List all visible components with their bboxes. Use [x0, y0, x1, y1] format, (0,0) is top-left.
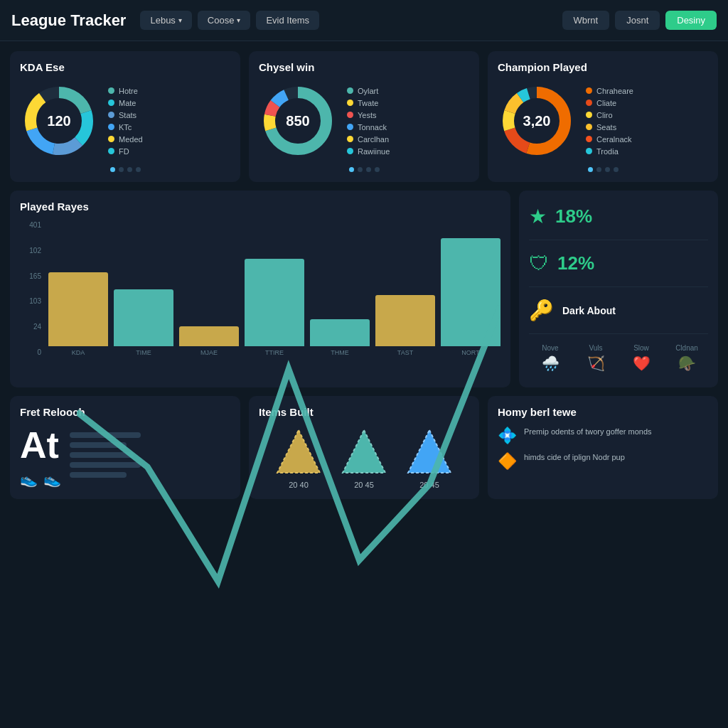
triangle-label-1: 20 40: [289, 481, 309, 489]
bar-group: THME: [310, 221, 370, 356]
nav-lebus[interactable]: Lebus ▾: [140, 11, 191, 30]
stat-row-2: 🛡 12%: [529, 247, 708, 279]
weather-item-vuls: Vuls 🏹: [574, 344, 617, 372]
legend-item: Stats: [108, 111, 143, 119]
font-line: [70, 472, 127, 478]
chevron-down-icon: ▾: [237, 16, 240, 24]
bar: [441, 238, 500, 346]
legend-item: Meded: [108, 135, 143, 144]
bar-label: TIME: [136, 349, 151, 356]
triangle-item-2: 20 45: [339, 427, 389, 489]
font-line: [70, 452, 134, 458]
legend-item: Trodia: [586, 147, 633, 156]
legend-item: Yests: [347, 111, 390, 119]
top-row: KDA Ese 120 Hotre Mate: [10, 51, 718, 182]
bar: [245, 259, 304, 347]
legend-item: KTc: [108, 123, 143, 132]
shield-icon: 🛡: [529, 252, 549, 275]
stat-row-1: ★ 18%: [529, 200, 708, 232]
homy-item-2: 🔶 himds cide of iplign Nodr pup: [498, 452, 708, 471]
kda-card: KDA Ese 120 Hotre Mate: [10, 51, 240, 182]
weather-item-nove: Nove 🌧️: [529, 344, 572, 372]
triangle-svg-3: [405, 427, 454, 476]
nav-evid-items[interactable]: Evid Items: [256, 11, 319, 30]
chart-inner: KDATIMEMJAETTIRETHMETASTNORT: [48, 221, 500, 356]
bar-label: TAST: [397, 349, 413, 356]
chysel-donut: 850: [259, 82, 337, 160]
chysel-title: Chysel win: [259, 61, 469, 73]
champion-donut: 3,20: [498, 82, 576, 160]
weather-item-slow: Slow ❤️: [620, 344, 663, 372]
shoe-icon-2: 👟: [43, 471, 61, 488]
chart-card: Played Rayes 401 102 165 103 24 0 KDATIM…: [10, 191, 510, 387]
main-content: KDA Ese 120 Hotre Mate: [0, 41, 728, 509]
bar-label: KDA: [72, 349, 85, 356]
bottom-row: Fret Relooch At 👟 👟: [10, 396, 718, 499]
y-label: 24: [33, 323, 41, 331]
legend-item: Chraheare: [586, 87, 633, 95]
champion-legend: Chraheare Cliate Cliro Seats Ceralnack T…: [586, 87, 633, 156]
legend-item: Hotre: [108, 87, 143, 95]
hex-green-icon: 💠: [498, 427, 517, 445]
chart-title: Played Rayes: [20, 200, 500, 213]
chysel-dots: [259, 167, 469, 172]
divider: [529, 240, 708, 240]
chart-area: 401 102 165 103 24 0 KDATIMEMJAETTIRETHM…: [20, 221, 500, 378]
y-label: 165: [29, 272, 41, 280]
triangle-item-3: 20 45: [405, 427, 454, 489]
chevron-down-icon: ▾: [178, 16, 182, 24]
legend-item: Rawiinue: [347, 147, 390, 156]
legend-item: Cliate: [586, 99, 633, 107]
bar: [375, 295, 435, 346]
legend-item: Twate: [347, 99, 390, 107]
legend-item: Tonnack: [347, 123, 390, 132]
nav-coose[interactable]: Coose ▾: [198, 11, 251, 30]
triangle-label-2: 20 45: [354, 481, 374, 489]
weather-row: Nove 🌧️ Vuls 🏹 Slow ❤️ Cldnan 🪖: [529, 344, 708, 372]
legend-item: Mate: [108, 99, 143, 107]
stat-1-value: 18%: [555, 205, 592, 228]
key-icon: 🔑: [529, 299, 554, 322]
helmet-icon: 🪖: [678, 355, 696, 372]
bar-group: TAST: [375, 221, 435, 356]
svg-marker-19: [408, 430, 451, 473]
bar: [114, 289, 173, 346]
heart-icon: ❤️: [633, 355, 651, 372]
bar-label: MJAE: [200, 349, 218, 356]
kda-donut-content: 120 Hotre Mate Stats KTc Meded FD: [20, 82, 230, 160]
bar: [179, 326, 239, 347]
y-axis: 401 102 165 103 24 0: [20, 221, 45, 356]
legend-item: Ceralnack: [586, 135, 633, 144]
triangle-svg-1: [274, 427, 323, 476]
weather-label: Slow: [633, 344, 649, 352]
champion-card: Champion Played 3,20 Chraheare Cliat: [488, 51, 718, 182]
font-line: [70, 462, 141, 468]
homy-items: 💠 Premip odents of twory goffer monds 🔶 …: [498, 427, 708, 471]
chysel-donut-content: 850 Oylart Twate Yests Tonnack Carclhan …: [259, 82, 469, 160]
rain-icon: 🌧️: [542, 355, 560, 372]
user-wbrnt[interactable]: Wbrnt: [562, 11, 610, 30]
svg-marker-17: [277, 430, 320, 473]
stat-2-value: 12%: [557, 252, 594, 274]
font-title: Fret Relooch: [20, 406, 230, 418]
user-desiny[interactable]: Desiny: [665, 11, 717, 30]
bar-group: NORT: [441, 221, 500, 356]
weather-label: Nove: [542, 344, 558, 352]
bar-label: NORT: [461, 349, 479, 356]
homy-text-1: Premip odents of twory goffer monds: [524, 427, 652, 437]
kda-title: KDA Ese: [20, 61, 230, 73]
weather-item-cldnan: Cldnan 🪖: [665, 344, 708, 372]
shoe-icon-1: 👟: [20, 471, 38, 488]
arrow-icon: 🏹: [587, 355, 605, 372]
user-josnt[interactable]: Josnt: [615, 11, 660, 30]
bar-label: TTIRE: [265, 349, 284, 356]
legend-item: Seats: [586, 123, 633, 132]
bars-row: KDATIMEMJAETTIRETHMETASTNORT: [48, 221, 500, 356]
stat-3-label: Dark About: [562, 305, 616, 316]
triangle-svg-2: [339, 427, 389, 476]
chysel-legend: Oylart Twate Yests Tonnack Carclhan Rawi…: [347, 87, 390, 156]
font-lines: [70, 432, 141, 478]
bar: [48, 272, 108, 347]
champion-title: Champion Played: [498, 61, 708, 73]
items-title: Items Built: [259, 406, 469, 418]
